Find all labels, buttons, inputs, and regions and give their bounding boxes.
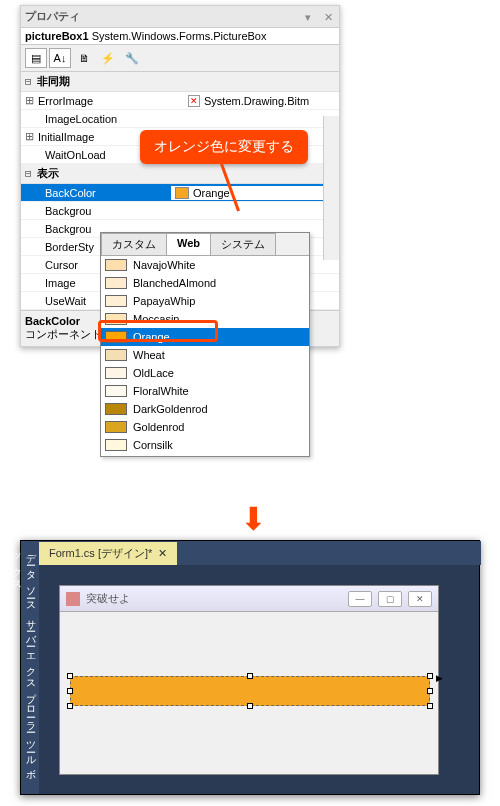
color-item[interactable]: Goldenrod xyxy=(101,418,309,436)
color-swatch xyxy=(105,277,127,289)
color-picker-dropdown: カスタム Web システム NavajoWhiteBlanchedAlmondP… xyxy=(100,232,310,457)
color-swatch xyxy=(105,295,127,307)
color-item[interactable]: Orange xyxy=(101,328,309,346)
color-swatch xyxy=(105,313,127,325)
color-item[interactable]: Wheat xyxy=(101,346,309,364)
document-tab[interactable]: Form1.cs [デザイン]* ✕ xyxy=(39,542,177,565)
error-icon: ✕ xyxy=(188,95,200,107)
design-surface[interactable]: 突破せよ — ▢ ✕ ▶ xyxy=(39,565,479,794)
panel-titlebar: プロパティ ▾ ✕ xyxy=(21,6,339,28)
property-pages-button[interactable]: 🔧 xyxy=(121,48,143,68)
color-swatch xyxy=(105,331,127,343)
close-button[interactable]: ✕ xyxy=(408,591,432,607)
color-swatch xyxy=(105,439,127,451)
panel-title: プロパティ xyxy=(25,9,295,24)
vertical-tab-strip[interactable]: データ ソース サーバー エクスプローラー ツールボックス xyxy=(21,541,39,794)
color-item[interactable]: Cornsilk xyxy=(101,436,309,454)
picturebox-control[interactable]: ▶ xyxy=(70,676,430,706)
form-icon xyxy=(66,592,80,606)
callout-annotation: オレンジ色に変更する xyxy=(140,130,308,164)
color-item[interactable]: DarkGoldenrod xyxy=(101,400,309,418)
color-swatch xyxy=(105,403,127,415)
close-icon[interactable]: ✕ xyxy=(321,10,335,24)
categorized-button[interactable]: ▤ xyxy=(25,48,47,68)
flow-arrow-icon: ⬇ xyxy=(240,500,267,538)
color-swatch xyxy=(105,421,127,433)
tab-custom[interactable]: カスタム xyxy=(101,233,167,255)
alphabetical-button[interactable]: A↓ xyxy=(49,48,71,68)
color-item[interactable]: Moccasin xyxy=(101,310,309,328)
designer-window: データ ソース サーバー エクスプローラー ツールボックス Form1.cs [… xyxy=(20,540,480,795)
color-list[interactable]: NavajoWhiteBlanchedAlmondPapayaWhipMocca… xyxy=(101,256,309,456)
object-selector[interactable]: pictureBox1 System.Windows.Forms.Picture… xyxy=(21,28,339,45)
group-display[interactable]: ⊟表示 xyxy=(21,164,339,184)
smart-tag-icon[interactable]: ▶ xyxy=(436,673,443,683)
tab-system[interactable]: システム xyxy=(210,233,276,255)
properties-toolbar: ▤ A↓ 🗎 ⚡ 🔧 xyxy=(21,45,339,72)
color-swatch xyxy=(105,349,127,361)
tab-close-icon[interactable]: ✕ xyxy=(158,547,167,560)
properties-button[interactable]: 🗎 xyxy=(73,48,95,68)
form-titlebar: 突破せよ — ▢ ✕ xyxy=(60,586,438,612)
document-tab-strip: Form1.cs [デザイン]* ✕ xyxy=(39,541,481,565)
minimize-button[interactable]: — xyxy=(348,591,372,607)
color-item[interactable]: Gold xyxy=(101,454,309,456)
color-item[interactable]: OldLace xyxy=(101,364,309,382)
color-item[interactable]: FloralWhite xyxy=(101,382,309,400)
color-item[interactable]: BlanchedAlmond xyxy=(101,274,309,292)
prop-imagelocation[interactable]: ImageLocation xyxy=(21,110,339,128)
pin-icon[interactable]: ▾ xyxy=(301,10,315,24)
prop-backgroundimage[interactable]: Backgrou xyxy=(21,202,339,220)
form-preview[interactable]: 突破せよ — ▢ ✕ ▶ xyxy=(59,585,439,775)
tab-web[interactable]: Web xyxy=(166,233,211,255)
color-swatch xyxy=(175,187,189,199)
color-item[interactable]: PapayaWhip xyxy=(101,292,309,310)
color-swatch xyxy=(105,367,127,379)
prop-errorimage[interactable]: ⊞ErrorImage✕System.Drawing.Bitm xyxy=(21,92,339,110)
color-item[interactable]: NavajoWhite xyxy=(101,256,309,274)
group-async[interactable]: ⊟非同期 xyxy=(21,72,339,92)
prop-backcolor[interactable]: BackColor Orange⌄ xyxy=(21,184,339,202)
events-button[interactable]: ⚡ xyxy=(97,48,119,68)
maximize-button[interactable]: ▢ xyxy=(378,591,402,607)
scrollbar[interactable] xyxy=(323,116,339,260)
color-swatch xyxy=(105,385,127,397)
color-tabs: カスタム Web システム xyxy=(101,233,309,256)
color-swatch xyxy=(105,259,127,271)
